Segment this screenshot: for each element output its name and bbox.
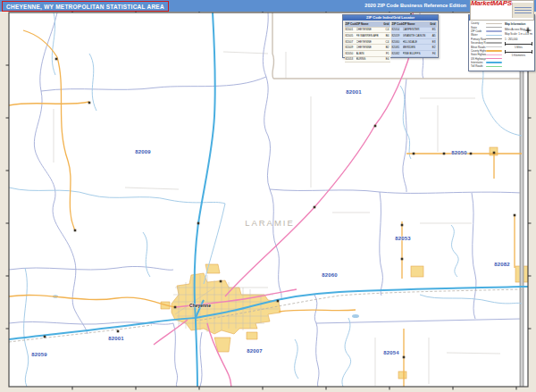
map-features-panel: Map Features County State ZIP Code Water… bbox=[468, 14, 535, 71]
page: { "header": { "title": "CHEYENNE, WY MET… bbox=[0, 0, 536, 392]
zip-label-82001-ne: 82001 bbox=[346, 89, 362, 95]
zip-index-header: ZIP CodeZIP NameGrid bbox=[391, 21, 437, 28]
water-line-sample bbox=[486, 35, 502, 36]
secondary-roads-sample bbox=[486, 42, 502, 43]
zip-line-sample bbox=[486, 30, 502, 31]
zip-index-panel: ZIP Code Index/Grid Locator ZIP CodeZIP … bbox=[342, 14, 439, 58]
primary-roads-sample bbox=[486, 38, 502, 39]
mini-compass-icon bbox=[523, 22, 532, 38]
zip-label-82059: 82059 bbox=[31, 352, 47, 357]
index-row: 82059GRANITE CANONA5 bbox=[391, 33, 437, 39]
county-label-laramie: LARAMIE bbox=[245, 218, 295, 228]
zip-label-82009: 82009 bbox=[135, 149, 151, 154]
zip-label-82060: 82060 bbox=[322, 272, 338, 278]
map-canvas bbox=[0, 0, 536, 392]
km-scale-bar: 5 Kilometers bbox=[505, 52, 532, 57]
interstate-sample bbox=[486, 62, 502, 63]
zip-index-left-column: ZIP CodeZIP NameGrid 82001CHEYENNEC4 820… bbox=[345, 21, 390, 63]
minor-roads-sample bbox=[486, 46, 502, 47]
index-row: 82053BURNSE4 bbox=[345, 57, 390, 63]
marketmaps-logo: MarketMAPS bbox=[470, 0, 534, 21]
logo-brand: MarketMAPS bbox=[471, 0, 512, 21]
zip-index-header: ZIP CodeZIP NameGrid bbox=[345, 21, 390, 28]
zip-label-82001-sw: 82001 bbox=[108, 336, 124, 341]
toll-roads-sample bbox=[486, 66, 502, 67]
mile-scale-bar: 5 Miles bbox=[505, 44, 532, 49]
zip-index-right-column: ZIP CodeZIP NameGrid 82054CARPENTERE5 82… bbox=[391, 21, 437, 63]
legend-row: Toll Roads bbox=[471, 64, 502, 68]
zip-label-82050: 82050 bbox=[451, 150, 467, 155]
edition-label: 2020 ZIP Code Business Reference Edition bbox=[364, 3, 466, 8]
index-row: 82060HILLSDALEE3 bbox=[391, 39, 437, 46]
legend-map-info: Map Information Miles Across Map: 52 Map… bbox=[502, 21, 532, 69]
index-row: 82050ALBINF1 bbox=[345, 51, 390, 57]
city-label-cheyenne: Cheyenne bbox=[189, 303, 211, 308]
title-box: CHEYENNE, WY METROPOLITAN STATISTICAL AR… bbox=[2, 1, 169, 12]
us-hwy-sample bbox=[486, 58, 502, 59]
zip-label-82007: 82007 bbox=[247, 348, 263, 354]
zip-label-82053: 82053 bbox=[395, 236, 411, 241]
header-bar: CHEYENNE, WY METROPOLITAN STATISTICAL AR… bbox=[0, 0, 536, 12]
state-hwy-sample bbox=[486, 54, 502, 55]
state-line-sample bbox=[486, 27, 502, 28]
index-row: 82054CARPENTERE5 bbox=[391, 28, 437, 34]
page-title: CHEYENNE, WY METROPOLITAN STATISTICAL AR… bbox=[6, 4, 164, 10]
index-row: 82005FE WARREN AFBB4 bbox=[345, 33, 390, 39]
zip-label-82082: 82082 bbox=[494, 262, 510, 267]
index-row: 82009CHEYENNEB2 bbox=[345, 45, 390, 51]
zip-label-82054: 82054 bbox=[383, 350, 399, 355]
index-row: 82001CHEYENNEC4 bbox=[345, 28, 390, 34]
index-row: 82082PINE BLUFFSF4 bbox=[391, 51, 437, 57]
logo-side-panel bbox=[512, 3, 533, 18]
county-hwy-sample bbox=[486, 50, 502, 51]
index-row: 82081MERIDENE2 bbox=[391, 45, 437, 51]
legend-feature-list: County State ZIP Code Water Primary Road… bbox=[471, 21, 502, 69]
county-line-sample bbox=[486, 23, 502, 24]
index-row: 82007CHEYENNEC4 bbox=[345, 39, 390, 46]
